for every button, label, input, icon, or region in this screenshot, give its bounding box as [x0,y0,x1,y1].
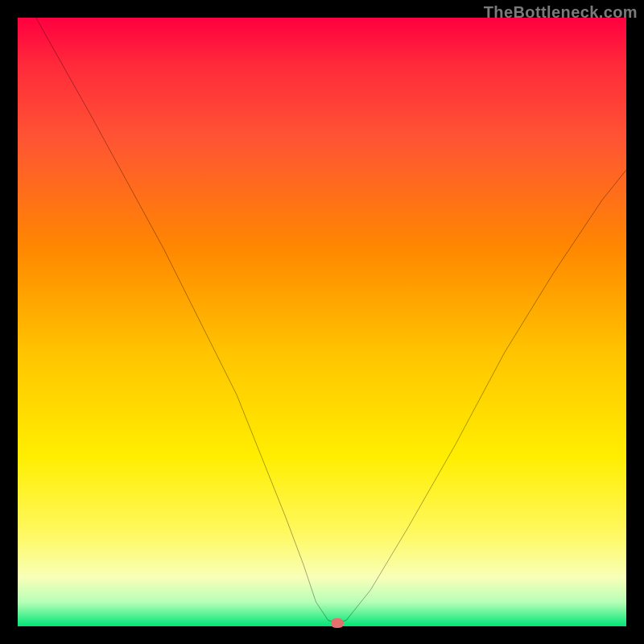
bottleneck-chart [18,18,626,626]
optimum-marker [331,618,344,628]
bottleneck-curve-line [36,18,626,623]
